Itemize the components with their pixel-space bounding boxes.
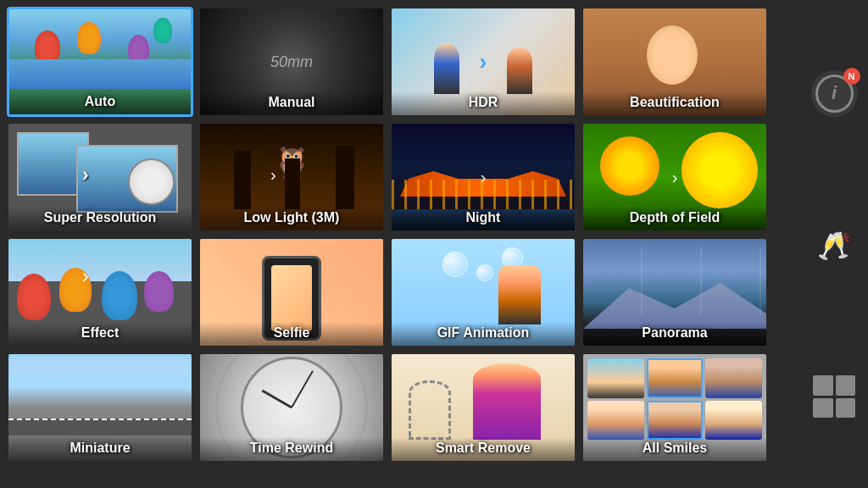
mode-hdr-label: HDR	[392, 92, 575, 115]
grid-cell-icon	[836, 398, 856, 419]
mode-selfie[interactable]: Selfie	[198, 237, 385, 347]
hdr-arrow-icon: ›	[479, 48, 487, 75]
mode-night[interactable]: › Night	[390, 122, 576, 232]
mode-gif-animation[interactable]: GIF Animation	[390, 237, 576, 347]
notification-badge: N	[843, 68, 860, 85]
mode-panorama[interactable]: Panorama	[581, 237, 768, 347]
mode-effect-label: Effect	[8, 322, 192, 346]
mode-time-rewind-label: Time Rewind	[200, 437, 383, 461]
mode-low-light[interactable]: 🦉 › Low Light (3M)	[198, 122, 385, 232]
mode-grid: Auto Manual › HDR Beautification › Super…	[0, 0, 771, 469]
grid-cell-icon	[813, 398, 833, 419]
sidebar: i N 🥂	[800, 0, 868, 488]
mode-manual[interactable]: Manual	[198, 7, 385, 117]
mode-auto-label: Auto	[9, 91, 191, 114]
mode-night-label: Night	[392, 207, 575, 230]
mode-manual-label: Manual	[200, 92, 383, 115]
mode-super-resolution[interactable]: › Super Resolution	[7, 122, 193, 232]
mode-depth-of-field[interactable]: › Depth of Field	[581, 122, 768, 232]
mode-depth-of-field-label: Depth of Field	[583, 207, 766, 230]
mode-effect[interactable]: › Effect	[7, 237, 193, 347]
mode-super-resolution-label: Super Resolution	[8, 207, 192, 230]
dof-arrow-icon: ›	[672, 168, 678, 187]
grid-cell-icon	[836, 375, 856, 396]
effect-arrow-icon: ›	[82, 264, 89, 288]
mode-time-rewind[interactable]: Time Rewind	[198, 352, 385, 463]
grid-cell-icon	[813, 375, 833, 396]
mode-smart-remove-label: Smart Remove	[392, 437, 575, 461]
mode-all-smiles-label: All Smiles	[583, 437, 766, 461]
mode-gif-animation-label: GIF Animation	[392, 322, 575, 346]
ll-arrow-icon: ›	[270, 165, 276, 185]
mode-low-light-label: Low Light (3M)	[200, 207, 383, 230]
mode-beautification-label: Beautification	[583, 92, 766, 115]
mode-selfie-label: Selfie	[200, 322, 383, 346]
mode-smart-remove[interactable]: Smart Remove	[390, 352, 576, 463]
mode-miniature[interactable]: Miniature	[7, 352, 193, 463]
social-button[interactable]: 🥂	[813, 223, 855, 269]
grid-view-button[interactable]	[813, 375, 855, 418]
mode-miniature-label: Miniature	[8, 437, 192, 461]
mode-panorama-label: Panorama	[583, 322, 766, 346]
mode-beautification[interactable]: Beautification	[581, 7, 768, 117]
mode-auto[interactable]: Auto	[7, 7, 193, 117]
super-arrow-icon: ›	[82, 163, 89, 186]
social-icon: 🥂	[817, 230, 851, 262]
mode-all-smiles[interactable]: All Smiles	[581, 352, 768, 463]
night-arrow-icon: ›	[481, 168, 487, 187]
mode-hdr[interactable]: › HDR	[390, 7, 576, 117]
info-button[interactable]: i N	[811, 70, 858, 117]
